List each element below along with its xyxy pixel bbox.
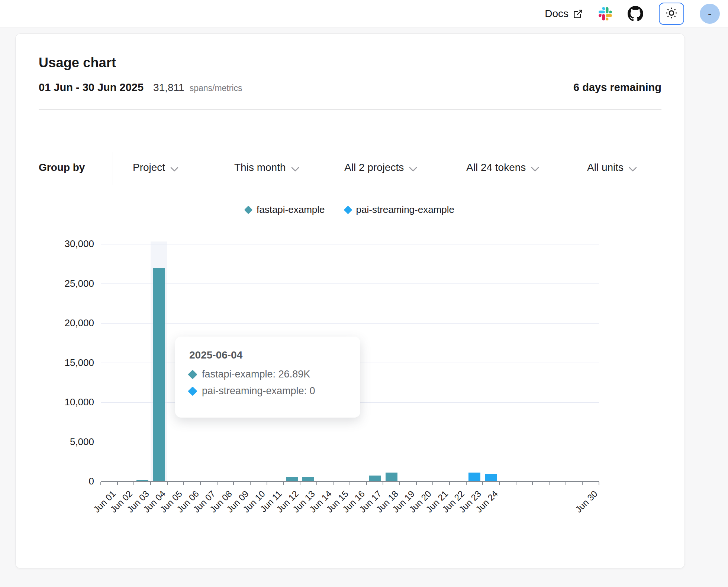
x-axis-tick [582, 482, 583, 485]
x-axis-label: Jun 30 [550, 489, 600, 538]
docs-link[interactable]: Docs [545, 8, 583, 20]
top-bar: Docs - [0, 0, 728, 28]
avatar-label: - [708, 7, 712, 20]
x-axis-tick [466, 482, 467, 485]
x-axis-tick [150, 482, 151, 485]
x-axis-tick [399, 482, 400, 485]
x-axis-tick [383, 482, 383, 485]
x-axis-tick [183, 482, 184, 485]
chart-tooltip: 2025-06-04 fastapi-example: 26.89K pai-s… [175, 337, 360, 418]
x-axis-tick [133, 482, 134, 485]
gridline [101, 244, 599, 244]
theme-toggle-button[interactable] [659, 3, 684, 25]
y-axis-label: 30,000 [38, 238, 94, 250]
gridline [101, 442, 599, 442]
x-axis-tick [432, 482, 433, 485]
tooltip-date: 2025-06-04 [189, 349, 346, 361]
x-axis-tick [482, 482, 483, 485]
tooltip-value: pai-streaming-example: 0 [202, 385, 315, 397]
gridline [101, 323, 599, 324]
x-axis-tick [599, 482, 599, 485]
x-axis-tick [283, 482, 284, 485]
y-axis-label: 0 [38, 476, 94, 487]
avatar[interactable]: - [700, 4, 720, 24]
diamond-icon [188, 370, 197, 379]
bar-fastapi-example[interactable] [302, 477, 314, 481]
github-icon[interactable] [628, 6, 643, 22]
y-axis-label: 5,000 [38, 436, 94, 448]
x-axis-tick [416, 482, 417, 485]
bar-pai-streaming-example[interactable] [468, 473, 480, 481]
x-axis-tick [167, 482, 168, 485]
x-axis-tick [217, 482, 218, 485]
gridline [101, 283, 599, 284]
x-axis-tick [566, 482, 566, 485]
tooltip-value: fastapi-example: 26.89K [202, 369, 310, 380]
diamond-icon [188, 386, 197, 396]
x-axis-tick [200, 482, 201, 485]
external-link-icon [573, 9, 583, 19]
usage-bar-chart: 05,00010,00015,00020,00025,00030,000Jun … [16, 34, 684, 568]
x-axis-tick [300, 482, 300, 485]
x-axis-tick [549, 482, 550, 485]
x-axis-tick [516, 482, 516, 485]
docs-link-label: Docs [545, 8, 568, 20]
x-axis-tick [449, 482, 450, 485]
bar-fastapi-example[interactable] [286, 477, 298, 481]
x-axis-tick [366, 482, 367, 485]
x-axis-tick [499, 482, 500, 485]
x-axis-tick [316, 482, 317, 485]
x-axis-tick [349, 482, 350, 485]
y-axis-label: 20,000 [38, 317, 94, 329]
sun-icon [665, 7, 678, 21]
tooltip-row: fastapi-example: 26.89K [189, 369, 346, 380]
x-axis-tick [233, 482, 234, 485]
bar-fastapi-example[interactable] [369, 476, 381, 481]
x-axis-tick [532, 482, 533, 485]
x-axis-tick [100, 482, 101, 485]
y-axis-label: 15,000 [38, 357, 94, 369]
x-axis-tick [250, 482, 251, 485]
bar-fastapi-example[interactable] [386, 473, 397, 481]
bar-pai-streaming-example[interactable] [485, 474, 497, 481]
y-axis-label: 10,000 [38, 396, 94, 408]
x-axis-tick [117, 482, 118, 485]
bar-fastapi-example[interactable] [136, 480, 148, 481]
x-axis-tick [333, 482, 334, 485]
y-axis-label: 25,000 [38, 278, 94, 289]
usage-card: Usage chart 01 Jun - 30 Jun 2025 31,811 … [15, 33, 685, 568]
x-axis-tick [267, 482, 267, 485]
bar-fastapi-example[interactable] [153, 268, 165, 481]
slack-icon[interactable] [599, 7, 612, 20]
tooltip-row: pai-streaming-example: 0 [189, 385, 346, 397]
